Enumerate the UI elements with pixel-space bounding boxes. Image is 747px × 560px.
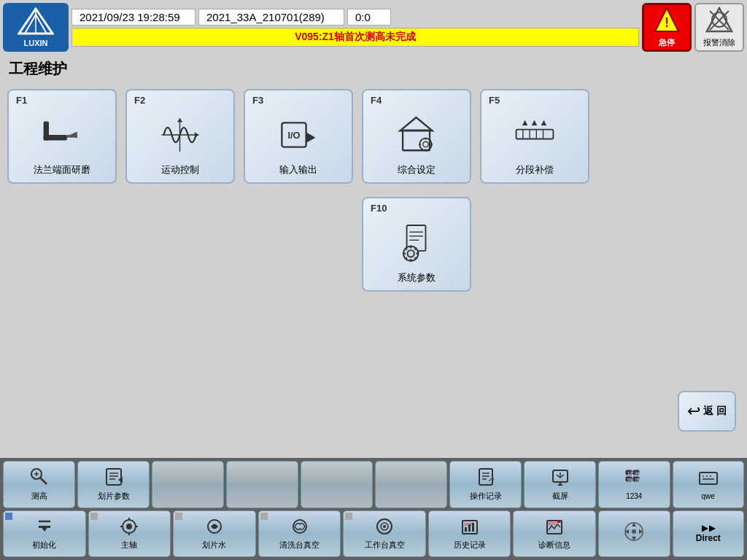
svg-marker-20 bbox=[400, 117, 432, 131]
svg-text:78: 78 bbox=[635, 478, 640, 482]
fast-forward-icon: ▶ bbox=[709, 524, 715, 533]
btn-screenshot[interactable]: 截屏 bbox=[524, 461, 596, 508]
logo: LUXIN bbox=[3, 3, 69, 52]
operation-log-label: 操作记录 bbox=[470, 491, 502, 502]
svg-rect-59 bbox=[479, 469, 492, 485]
flange-icon bbox=[40, 106, 84, 163]
svg-rect-10 bbox=[44, 121, 49, 140]
main-content: F1 法兰端面研磨 F2 bbox=[0, 82, 747, 439]
svg-marker-19 bbox=[306, 132, 316, 143]
clean-vacuum-label: 清洗台真空 bbox=[279, 540, 320, 551]
back-label: 返 回 bbox=[703, 405, 727, 418]
btn-operation-log[interactable]: 操作记录 bbox=[449, 461, 522, 508]
btn-keyboard[interactable]: qwe bbox=[673, 461, 745, 508]
function-btn-f10[interactable]: F10 bbox=[362, 197, 471, 292]
btn-work-vacuum[interactable]: 工作台真空 bbox=[343, 510, 426, 558]
btn-empty-2[interactable] bbox=[226, 461, 298, 508]
blade-water-icon bbox=[205, 517, 224, 540]
history-label: 历史记录 bbox=[454, 540, 486, 551]
function-btn-f1[interactable]: F1 法兰端面研磨 bbox=[7, 89, 117, 184]
svg-text:!: ! bbox=[665, 15, 669, 30]
btn-numpad[interactable]: 12 34 56 78 1234 bbox=[598, 461, 670, 508]
sysparam-icon bbox=[395, 214, 438, 271]
svg-text:SOS: SOS bbox=[464, 522, 473, 526]
clean-vacuum-icon bbox=[290, 517, 309, 540]
f5-label: 分段补偿 bbox=[516, 163, 554, 176]
f10-label: 系统参数 bbox=[398, 271, 436, 284]
svg-point-23 bbox=[423, 141, 428, 147]
clean-vacuum-indicator bbox=[260, 513, 268, 520]
btn-empty-4[interactable] bbox=[375, 461, 447, 508]
motion-icon bbox=[158, 106, 202, 163]
header-top-row: 2021/09/23 19:28:59 2021_33A_210701(289)… bbox=[71, 9, 639, 26]
alarm-icon bbox=[705, 7, 733, 37]
back-button[interactable]: ↩ 返 回 bbox=[678, 391, 736, 432]
ems-icon: ! bbox=[654, 7, 680, 37]
spindle-icon bbox=[120, 517, 139, 540]
bottom-toolbar: 测高 划片参数 bbox=[0, 458, 747, 560]
svg-point-95 bbox=[383, 525, 386, 528]
page-title: 工程维护 bbox=[0, 55, 747, 82]
function-btn-f3[interactable]: F3 I/O 输入输出 bbox=[244, 89, 353, 184]
right-panel: ↩ 返 回 bbox=[674, 82, 740, 439]
btn-empty-3[interactable] bbox=[301, 461, 373, 508]
btn-measure-height[interactable]: 测高 bbox=[3, 461, 75, 508]
ems-stop-button[interactable]: ! 急停 bbox=[642, 3, 692, 52]
svg-marker-83 bbox=[40, 526, 49, 532]
init-label: 初始化 bbox=[32, 540, 56, 551]
navigation-icon bbox=[623, 521, 645, 546]
btn-spindle[interactable]: 主轴 bbox=[88, 510, 171, 558]
svg-text:12: 12 bbox=[627, 471, 632, 475]
function-btn-f5[interactable]: F5 分段补偿 bbox=[480, 89, 589, 184]
btn-clean-vacuum[interactable]: 清洗台真空 bbox=[258, 510, 341, 558]
svg-rect-12 bbox=[67, 135, 77, 138]
init-icon bbox=[35, 517, 54, 540]
measure-height-label: 测高 bbox=[31, 491, 47, 502]
btn-history[interactable]: SOS 历史记录 bbox=[428, 510, 511, 558]
btn-slice-params[interactable]: 划片参数 bbox=[77, 461, 150, 508]
slice-params-label: 划片参数 bbox=[98, 491, 130, 502]
job-id-display: 2021_33A_210701(289) bbox=[198, 9, 344, 26]
header: LUXIN 2021/09/23 19:28:59 2021_33A_21070… bbox=[0, 0, 747, 55]
btn-direct[interactable]: ▶ ▶ Direct bbox=[673, 510, 745, 558]
btn-init[interactable]: 初始化 bbox=[3, 510, 86, 558]
svg-rect-54 bbox=[107, 469, 121, 485]
svg-text:34: 34 bbox=[635, 471, 640, 475]
logo-text: LUXIN bbox=[24, 39, 48, 47]
svg-marker-34 bbox=[532, 120, 537, 125]
ems-label: 急停 bbox=[659, 37, 675, 48]
f1-label: 法兰端面研磨 bbox=[34, 163, 90, 176]
svg-line-51 bbox=[40, 478, 47, 484]
function-btn-f2[interactable]: F2 运动控制 bbox=[125, 89, 235, 184]
diagnostics-label: 诊断信息 bbox=[538, 540, 570, 551]
bottom-row-2: 初始化 主轴 bbox=[3, 510, 744, 558]
screenshot-icon bbox=[550, 467, 570, 491]
direct-label: Direct bbox=[696, 533, 721, 543]
alarm-clear-button[interactable]: 报警消除 bbox=[694, 3, 744, 52]
svg-marker-15 bbox=[195, 132, 199, 137]
work-vacuum-label: 工作台真空 bbox=[365, 540, 405, 551]
svg-text:SOS: SOS bbox=[548, 521, 556, 526]
back-icon: ↩ bbox=[687, 402, 700, 421]
diagnostics-icon: SOS bbox=[545, 517, 564, 540]
svg-marker-16 bbox=[177, 117, 182, 122]
spindle-indicator bbox=[90, 513, 98, 520]
alert-banner: V095:Z1轴首次测高未完成 bbox=[71, 28, 639, 47]
play-icon: ▶ bbox=[702, 524, 708, 533]
blade-water-label: 划片水 bbox=[202, 540, 226, 551]
btn-diagnostics[interactable]: SOS 诊断信息 bbox=[513, 510, 596, 558]
io-icon: I/O bbox=[276, 106, 320, 163]
btn-empty-1[interactable] bbox=[152, 461, 224, 508]
svg-text:I/O: I/O bbox=[287, 129, 300, 140]
btn-navigation[interactable] bbox=[598, 510, 670, 558]
svg-rect-97 bbox=[465, 527, 467, 532]
function-row-2: F10 bbox=[7, 197, 674, 292]
function-row-1: F1 法兰端面研磨 F2 bbox=[7, 89, 674, 184]
work-vacuum-indicator bbox=[345, 513, 352, 520]
status-indicator bbox=[5, 513, 12, 520]
function-btn-f4[interactable]: F4 综合设定 bbox=[362, 89, 471, 184]
svg-point-109 bbox=[632, 529, 636, 534]
segment-icon bbox=[513, 106, 557, 163]
btn-blade-water[interactable]: 划片水 bbox=[173, 510, 256, 558]
bottom-row-1: 测高 划片参数 bbox=[3, 461, 744, 508]
